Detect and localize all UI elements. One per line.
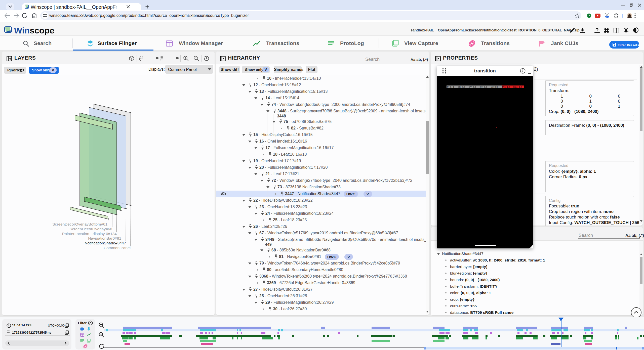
svg-text:ScreenDecorOverlayBottom#61: ScreenDecorOverlayBottom#61 [52,222,107,226]
svg-text:NotificationShade#3447: NotificationShade#3447 [85,241,126,245]
svg-text:ScreenDecorOverlay#60: ScreenDecorOverlay#60 [69,227,112,231]
svg-text:Common Panel: Common Panel [104,246,131,250]
svg-text:PointerLocation - display 0#13: PointerLocation - display 0#134 [62,232,117,236]
svg-text:NavigationBar0#81: NavigationBar0#81 [88,236,121,240]
